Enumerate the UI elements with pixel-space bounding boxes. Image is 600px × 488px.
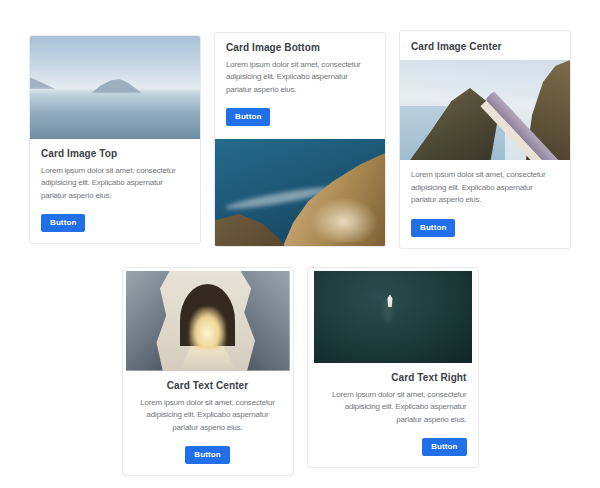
card-text: Lorem ipsum dolor sit amet, consectetur … (134, 397, 282, 435)
left-rocks (126, 271, 170, 371)
headland-silhouette (30, 76, 56, 89)
card-title: Card Image Top (41, 148, 189, 159)
card-button[interactable]: Button (226, 108, 270, 126)
card-body: Card Text Center Lorem ipsum dolor sit a… (123, 371, 293, 476)
card-title: Card Text Center (134, 380, 282, 391)
coastal-road-photo (400, 60, 570, 160)
card-body: Card Text Right Lorem ipsum dolor sit am… (308, 363, 478, 468)
rock-tunnel-photo (126, 271, 290, 371)
page-canvas: Card Image Top Lorem ipsum dolor sit ame… (0, 0, 600, 488)
card-body: Lorem ipsum dolor sit amet, consectetur … (400, 160, 570, 248)
hazy-sea-photo (30, 36, 200, 139)
card-text: Lorem ipsum dolor sit amet, consectetur … (319, 389, 467, 427)
card-body: Card Image Top Lorem ipsum dolor sit ame… (30, 139, 200, 244)
card-header: Card Image Center (400, 31, 570, 60)
card-title: Card Image Bottom (226, 42, 374, 53)
card-button[interactable]: Button (411, 219, 455, 237)
card-image-bottom: Card Image Bottom Lorem ipsum dolor sit … (214, 32, 386, 248)
boat-aerial-photo (314, 271, 472, 363)
card-row-top: Card Image Top Lorem ipsum dolor sit ame… (0, 0, 600, 249)
card-body: Card Image Bottom Lorem ipsum dolor sit … (215, 33, 385, 138)
card-image-top: Card Image Top Lorem ipsum dolor sit ame… (29, 35, 201, 245)
card-text: Lorem ipsum dolor sit amet, consectetur … (411, 169, 559, 207)
cliff-highlight (310, 197, 378, 242)
right-rocks (240, 271, 289, 371)
tunnel-glow (189, 307, 225, 349)
card-text-center: Card Text Center Lorem ipsum dolor sit a… (122, 267, 294, 477)
card-text: Lorem ipsum dolor sit amet, consectetur … (226, 59, 374, 97)
card-title: Card Text Right (319, 372, 467, 383)
card-text: Lorem ipsum dolor sit amet, consectetur … (41, 165, 189, 203)
card-button[interactable]: Button (422, 438, 466, 456)
ocean-cliff-photo (215, 139, 385, 246)
card-row-bottom: Card Text Center Lorem ipsum dolor sit a… (0, 267, 600, 477)
card-image-center: Card Image Center Lorem ipsum dolor sit … (399, 30, 571, 249)
card-text-right: Card Text Right Lorem ipsum dolor sit am… (307, 267, 479, 469)
card-title: Card Image Center (411, 41, 559, 52)
card-button[interactable]: Button (185, 446, 229, 464)
mountain-silhouette (91, 79, 142, 93)
card-button[interactable]: Button (41, 214, 85, 232)
